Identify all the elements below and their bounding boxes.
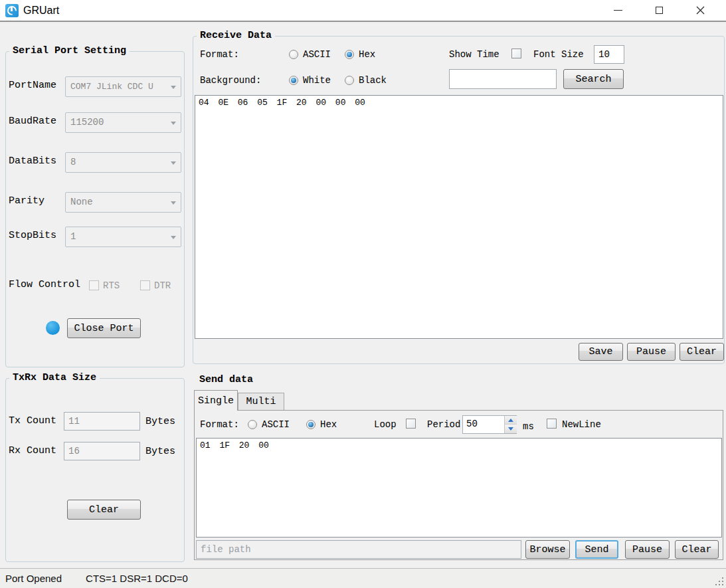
receive-data-textarea[interactable]: 04 0E 06 05 1F 20 00 00 00 [195, 95, 723, 339]
databits-select[interactable]: 8 [65, 152, 181, 173]
serial-port-setting-title: Serial Port Setting [9, 45, 130, 56]
serial-port-setting-group: Serial Port Setting PortName COM7 JLink … [5, 51, 185, 367]
chevron-down-icon [171, 236, 176, 239]
minimize-button[interactable] [597, 0, 638, 21]
receive-save-button[interactable]: Save [579, 343, 623, 361]
background-black-label: Black [359, 75, 387, 86]
period-value: 50 [466, 419, 478, 429]
background-white-radio[interactable] [289, 76, 298, 85]
tab-single-label: Single [198, 395, 234, 407]
flow-control-label: Flow Control [9, 279, 80, 290]
chevron-down-icon [171, 86, 176, 89]
rx-count-label: Rx Count [9, 445, 56, 456]
tab-single[interactable]: Single [194, 390, 238, 411]
txrx-clear-button[interactable]: Clear [67, 500, 141, 520]
status-bar: Port Opened CTS=1 DSR=1 DCD=0 [0, 568, 726, 588]
resize-grip[interactable] [715, 577, 725, 587]
font-size-label: Font Size [533, 49, 584, 60]
portname-label: PortName [9, 80, 56, 91]
gruart-window: GRUart Serial Port Setting PortName COM7… [0, 0, 726, 588]
rx-bytes-unit: Bytes [145, 446, 175, 457]
send-pause-button[interactable]: Pause [625, 540, 670, 559]
tab-multi-label: Multi [246, 396, 276, 407]
baudrate-value: 115200 [70, 117, 104, 128]
background-label: Background: [200, 75, 261, 86]
window-title: GRUart [23, 5, 59, 17]
spinner-buttons [504, 416, 516, 433]
chevron-down-icon [171, 201, 176, 205]
databits-label: DataBits [9, 155, 56, 167]
send-format-label: Format: [200, 419, 239, 430]
send-tab-panel: Format: ASCII Hex Loop Period 50 ms NewL… [194, 410, 723, 560]
send-ascii-radio[interactable] [248, 420, 257, 429]
maximize-button[interactable] [638, 0, 680, 21]
close-icon [696, 6, 705, 15]
close-port-button[interactable]: Close Port [67, 318, 141, 338]
show-time-checkbox[interactable] [511, 49, 521, 58]
background-white-label: White [303, 75, 331, 86]
receive-format-label: Format: [200, 49, 239, 60]
browse-button[interactable]: Browse [525, 540, 570, 559]
tab-multi[interactable]: Multi [238, 393, 284, 411]
txrx-data-size-group: TxRx Data Size Tx Count Bytes Rx Count B… [5, 378, 185, 562]
arrow-down-icon [508, 427, 513, 431]
port-status-indicator [46, 321, 60, 335]
dtr-checkbox[interactable] [140, 280, 150, 290]
stopbits-label: StopBits [9, 230, 56, 241]
search-input[interactable] [449, 69, 557, 89]
period-label: Period [427, 419, 460, 430]
period-spinner[interactable]: 50 [462, 415, 517, 434]
send-hex-label: Hex [320, 419, 337, 430]
period-unit-label: ms [523, 421, 534, 432]
receive-data-title: Receive Data [197, 30, 275, 41]
receive-ascii-radio[interactable] [289, 50, 298, 59]
baudrate-select[interactable]: 115200 [65, 112, 181, 133]
search-button[interactable]: Search [563, 69, 624, 89]
send-hex-radio[interactable] [306, 420, 316, 429]
send-data-group: Send data Single Multi Format: ASCII Hex… [193, 379, 725, 561]
send-data-textarea[interactable]: 01 1F 20 00 [196, 438, 722, 538]
stopbits-select[interactable]: 1 [65, 227, 181, 247]
receive-clear-button[interactable]: Clear [680, 343, 724, 361]
portname-select[interactable]: COM7 JLink CDC U [65, 76, 181, 97]
stopbits-value: 1 [70, 231, 76, 242]
databits-value: 8 [70, 157, 76, 167]
window-controls [597, 0, 721, 21]
title-bar: GRUart [0, 0, 726, 22]
rts-checkbox[interactable] [89, 280, 99, 290]
loop-label: Loop [374, 419, 397, 430]
baudrate-label: BaudRate [9, 116, 56, 127]
txrx-data-size-title: TxRx Data Size [9, 372, 100, 383]
loop-checkbox[interactable] [406, 419, 416, 429]
file-path-input[interactable] [196, 540, 521, 559]
maximize-icon [656, 7, 663, 14]
rx-count-field[interactable] [64, 442, 140, 460]
close-button[interactable] [680, 0, 721, 21]
app-logo-icon [5, 4, 19, 17]
receive-pause-button[interactable]: Pause [627, 343, 676, 361]
parity-label: Parity [9, 195, 45, 207]
send-ascii-label: ASCII [262, 419, 290, 430]
spinner-down-button[interactable] [505, 425, 517, 433]
receive-ascii-label: ASCII [303, 49, 331, 60]
parity-value: None [70, 197, 93, 207]
receive-hex-radio[interactable] [345, 50, 354, 59]
newline-label: NewLine [562, 419, 601, 430]
tx-count-label: Tx Count [9, 415, 56, 427]
receive-data-group: Receive Data Format: ASCII Hex Show Time… [193, 36, 725, 364]
send-clear-button[interactable]: Clear [675, 540, 719, 559]
dtr-label: DTR [154, 280, 171, 291]
show-time-label: Show Time [449, 49, 499, 60]
parity-select[interactable]: None [65, 192, 181, 213]
spinner-up-button[interactable] [505, 416, 517, 425]
send-button[interactable]: Send [575, 540, 618, 559]
receive-hex-label: Hex [359, 49, 375, 60]
send-data-title: Send data [196, 374, 256, 385]
signal-status-text: CTS=1 DSR=1 DCD=0 [86, 573, 188, 584]
tx-count-field[interactable] [64, 412, 140, 431]
port-status-text: Port Opened [5, 573, 62, 584]
newline-checkbox[interactable] [547, 419, 557, 429]
rts-label: RTS [103, 280, 120, 291]
background-black-radio[interactable] [345, 76, 354, 85]
font-size-field[interactable] [594, 45, 624, 64]
